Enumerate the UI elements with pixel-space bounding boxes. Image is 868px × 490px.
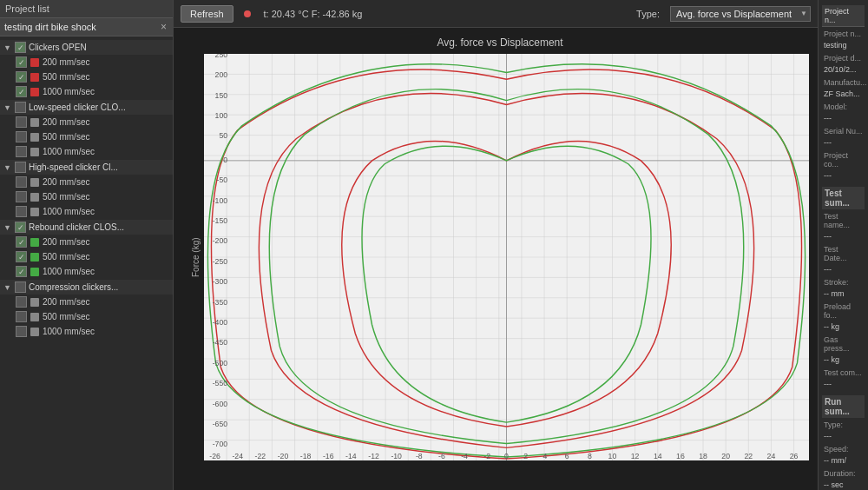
close-project-button[interactable]: × xyxy=(159,21,168,33)
item-label: 200 mm/sec xyxy=(43,57,89,67)
chart-type-select[interactable]: Avg. force vs Displacement Force vs Disp… xyxy=(670,6,811,22)
list-item: 200 mm/sec xyxy=(12,295,173,309)
rp-run-speed-value: -- mm/ xyxy=(822,456,865,467)
rp-run-type-value: --- xyxy=(822,432,865,442)
item-checkbox[interactable] xyxy=(16,191,27,202)
rp-project-date-label: Project d... xyxy=(822,53,865,63)
refresh-button[interactable]: Refresh xyxy=(181,5,233,23)
color-swatch-icon xyxy=(30,73,39,82)
list-item: 1000 mm/sec xyxy=(12,144,173,159)
color-swatch-icon xyxy=(30,178,39,187)
group-label: High-speed clicker Cl... xyxy=(29,162,169,172)
item-checkbox[interactable]: ✓ xyxy=(16,251,27,262)
tree-children: ✓200 mm/sec✓500 mm/sec✓1000 mm/sec xyxy=(0,55,173,99)
color-swatch-icon xyxy=(30,118,39,127)
item-checkbox[interactable] xyxy=(16,206,27,217)
svg-text:22: 22 xyxy=(744,452,753,460)
item-label: 200 mm/sec xyxy=(43,237,89,247)
rp-serial-value: --- xyxy=(822,138,865,149)
group-label: Rebound clicker CLOS... xyxy=(29,222,169,232)
group-checkbox[interactable] xyxy=(15,281,26,293)
list-item: ✓500 mm/sec xyxy=(12,70,173,84)
item-checkbox[interactable] xyxy=(16,326,27,337)
svg-text:6: 6 xyxy=(565,452,569,460)
item-checkbox[interactable] xyxy=(16,146,27,157)
item-checkbox[interactable]: ✓ xyxy=(16,86,27,97)
color-swatch-icon xyxy=(30,88,39,96)
svg-text:-50: -50 xyxy=(217,175,228,184)
item-checkbox[interactable] xyxy=(16,176,27,188)
item-checkbox[interactable]: ✓ xyxy=(16,266,27,277)
tree-group-header-rebound-clicker[interactable]: ▼✓Rebound clicker CLOS... xyxy=(0,220,173,235)
tree-group-header-clickers-open[interactable]: ▼✓Clickers OPEN xyxy=(0,40,173,55)
svg-text:18: 18 xyxy=(699,452,707,460)
item-checkbox[interactable]: ✓ xyxy=(16,71,27,83)
item-label: 200 mm/sec xyxy=(43,117,89,127)
item-checkbox[interactable] xyxy=(16,131,27,142)
rp-project-name-value: testing xyxy=(822,41,865,51)
tree-children: 200 mm/sec500 mm/sec1000 mm/sec xyxy=(0,175,173,219)
main-area: Refresh t: 20.43 °C F: -42.86 kg Type: A… xyxy=(174,0,818,490)
svg-text:-22: -22 xyxy=(255,452,266,460)
svg-text:-600: -600 xyxy=(213,400,228,408)
rp-test-comment-label: Test com... xyxy=(822,368,865,378)
color-swatch-icon xyxy=(30,328,39,336)
item-label: 500 mm/sec xyxy=(43,252,89,262)
item-checkbox[interactable] xyxy=(16,116,27,128)
svg-text:0: 0 xyxy=(504,452,509,460)
list-item: 500 mm/sec xyxy=(12,309,173,324)
svg-text:-550: -550 xyxy=(213,379,228,387)
item-checkbox[interactable] xyxy=(16,311,27,322)
color-swatch-icon xyxy=(30,238,39,247)
item-label: 500 mm/sec xyxy=(43,72,89,82)
svg-text:-14: -14 xyxy=(345,452,357,460)
rp-serial-label: Serial Nu... xyxy=(822,126,865,136)
svg-text:-300: -300 xyxy=(213,277,228,286)
svg-text:-650: -650 xyxy=(213,420,228,428)
tree-children: 200 mm/sec500 mm/sec1000 mm/sec xyxy=(0,115,173,159)
color-swatch-icon xyxy=(30,253,39,262)
tree-group-high-speed-clicker: ▼High-speed clicker Cl...200 mm/sec500 m… xyxy=(0,160,173,219)
rp-preload-value: -- kg xyxy=(822,322,865,333)
item-checkbox[interactable]: ✓ xyxy=(16,56,27,68)
tree-group-header-compression-clickers[interactable]: ▼Compression clickers... xyxy=(0,280,173,295)
tree-children: ✓200 mm/sec✓500 mm/sec✓1000 mm/sec xyxy=(0,235,173,279)
group-checkbox[interactable]: ✓ xyxy=(15,42,26,53)
y-axis-label: Force (kg) xyxy=(191,54,201,460)
right-panel: Project n... Project n... testing Projec… xyxy=(818,0,868,490)
svg-text:26: 26 xyxy=(790,452,799,460)
list-item: ✓200 mm/sec xyxy=(12,55,173,70)
color-swatch-icon xyxy=(30,133,39,142)
item-checkbox[interactable] xyxy=(16,296,27,308)
rp-project-date-value: 20/10/2... xyxy=(822,65,865,76)
top-bar: Refresh t: 20.43 °C F: -42.86 kg Type: A… xyxy=(174,0,818,28)
rp-test-name-value: --- xyxy=(822,232,865,242)
list-item: 200 mm/sec xyxy=(12,175,173,189)
item-label: 1000 mm/sec xyxy=(43,267,95,276)
rp-run-speed-label: Speed: xyxy=(822,444,865,454)
item-label: 1000 mm/sec xyxy=(43,87,95,96)
tree-group-header-high-speed-clicker[interactable]: ▼High-speed clicker Cl... xyxy=(0,160,173,175)
svg-text:14: 14 xyxy=(654,452,662,460)
item-label: 1000 mm/sec xyxy=(43,327,95,336)
chevron-icon: ▼ xyxy=(3,223,12,232)
item-label: 1000 mm/sec xyxy=(43,147,95,156)
list-item: 1000 mm/sec xyxy=(12,204,173,219)
group-checkbox[interactable] xyxy=(15,162,26,173)
type-label: Type: xyxy=(636,9,660,19)
chevron-icon: ▼ xyxy=(3,283,12,292)
group-checkbox[interactable]: ✓ xyxy=(15,222,26,233)
rp-preload-label: Preload fo... xyxy=(822,301,865,321)
type-select-wrapper: Avg. force vs Displacement Force vs Disp… xyxy=(670,6,811,22)
group-label: Low-speed clicker CLO... xyxy=(29,103,169,112)
tree-group-header-low-speed-clicker[interactable]: ▼Low-speed clicker CLO... xyxy=(0,100,173,115)
svg-text:10: 10 xyxy=(608,452,617,460)
color-swatch-icon xyxy=(30,268,39,276)
item-checkbox[interactable]: ✓ xyxy=(16,236,27,248)
svg-text:0: 0 xyxy=(223,156,227,164)
group-checkbox[interactable] xyxy=(15,102,26,113)
svg-text:-2: -2 xyxy=(483,452,490,460)
svg-text:-100: -100 xyxy=(213,196,228,205)
svg-text:8: 8 xyxy=(588,452,592,460)
svg-text:-10: -10 xyxy=(391,452,402,460)
